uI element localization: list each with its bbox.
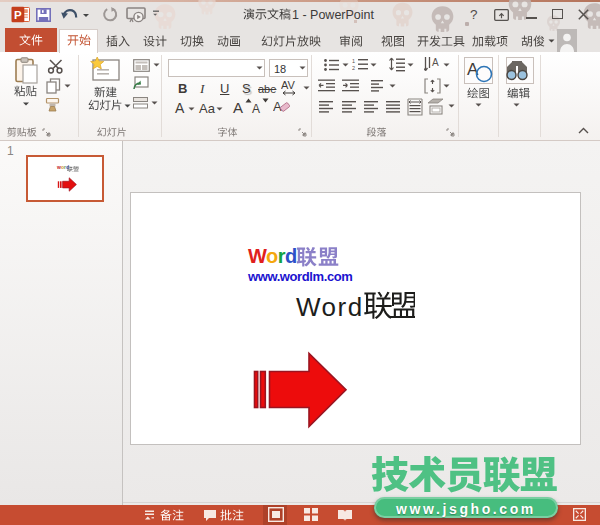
svg-text:AV: AV (281, 80, 296, 91)
svg-text:A: A (432, 57, 439, 68)
svg-text:P: P (14, 9, 22, 21)
svg-text:A: A (273, 99, 282, 114)
svg-text:1: 1 (352, 58, 355, 64)
svg-text:2: 2 (352, 65, 355, 71)
